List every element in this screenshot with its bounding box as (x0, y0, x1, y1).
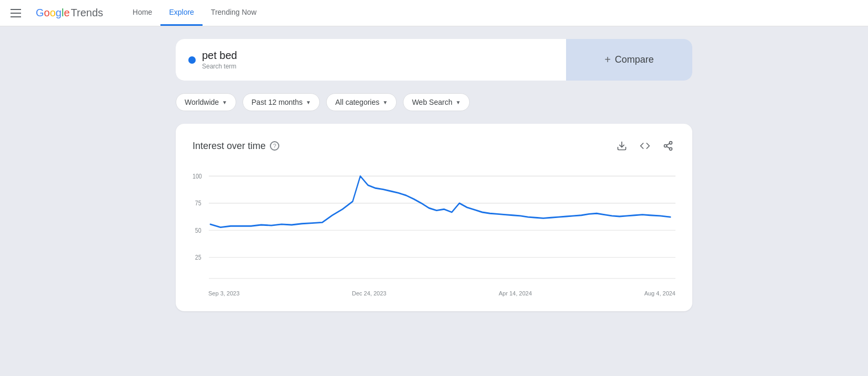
share-button[interactable] (661, 138, 675, 153)
search-dot-indicator (188, 56, 196, 64)
svg-line-5 (667, 143, 670, 145)
logo-trends-text: Trends (71, 7, 104, 19)
filter-row: Worldwide ▼ Past 12 months ▼ All categor… (176, 93, 692, 111)
filter-region-chevron-icon: ▼ (222, 100, 227, 105)
nav-explore[interactable]: Explore (160, 0, 202, 26)
logo-e: e (64, 7, 69, 18)
main-content: pet bed Search term + Compare Worldwide … (0, 26, 868, 324)
search-box: pet bed Search term (176, 39, 566, 81)
logo-o2: o (50, 7, 56, 18)
chart-header: Interest over time ? (193, 138, 675, 153)
svg-text:50: 50 (195, 226, 201, 234)
google-trends-logo[interactable]: Google Trends (36, 7, 103, 19)
filter-region[interactable]: Worldwide ▼ (176, 93, 236, 111)
x-label-aug-2024: Aug 4, 2024 (644, 290, 675, 296)
search-text-area: pet bed Search term (202, 50, 237, 70)
chart-svg: 100 75 50 25 (193, 170, 675, 296)
svg-text:100: 100 (193, 172, 202, 180)
svg-text:25: 25 (195, 253, 201, 261)
filter-search-type-label: Web Search (412, 98, 452, 106)
filter-search-type-chevron-icon: ▼ (456, 100, 461, 105)
filter-region-label: Worldwide (185, 98, 219, 106)
embed-button[interactable] (638, 138, 652, 153)
chart-title-area: Interest over time ? (193, 141, 279, 152)
content-area: pet bed Search term + Compare Worldwide … (163, 39, 705, 311)
interest-over-time-card: Interest over time ? (176, 124, 692, 311)
filter-category-label: All categories (335, 98, 379, 106)
search-term-label: Search term (202, 63, 237, 70)
nav-trending-now[interactable]: Trending Now (203, 0, 265, 26)
chart-area: 100 75 50 25 Sep 3, 2023 Dec 24, 2023 Ap… (193, 170, 675, 296)
compare-label-text: Compare (615, 54, 654, 65)
x-axis-labels: Sep 3, 2023 Dec 24, 2023 Apr 14, 2024 Au… (208, 290, 675, 296)
chart-actions (614, 138, 675, 153)
download-button[interactable] (614, 138, 629, 153)
compare-button[interactable]: + Compare (566, 39, 692, 81)
chart-title: Interest over time (193, 141, 266, 152)
logo-o1: o (44, 7, 50, 18)
nav-home[interactable]: Home (124, 0, 160, 26)
x-label-apr-2024: Apr 14, 2024 (499, 290, 532, 296)
logo-g2: g (56, 7, 62, 18)
info-icon[interactable]: ? (270, 141, 279, 151)
filter-search-type[interactable]: Web Search ▼ (403, 93, 470, 111)
filter-time-chevron-icon: ▼ (306, 100, 311, 105)
svg-text:75: 75 (195, 200, 201, 207)
filter-time-label: Past 12 months (251, 98, 302, 106)
search-compare-row: pet bed Search term + Compare (176, 39, 692, 81)
share-icon (663, 141, 673, 151)
filter-category-chevron-icon: ▼ (382, 100, 388, 105)
x-label-dec-2023: Dec 24, 2023 (352, 290, 386, 296)
filter-time[interactable]: Past 12 months ▼ (243, 93, 320, 111)
main-nav: Home Explore Trending Now (124, 0, 265, 26)
embed-icon (640, 141, 650, 151)
app-header: Google Trends Home Explore Trending Now (0, 0, 868, 26)
x-label-sep-2023: Sep 3, 2023 (208, 290, 239, 296)
download-icon (617, 141, 627, 151)
svg-line-4 (667, 146, 670, 148)
logo-g: G (36, 7, 44, 18)
filter-category[interactable]: All categories ▼ (326, 93, 397, 111)
compare-plus-icon: + (604, 54, 611, 66)
hamburger-menu-button[interactable] (8, 7, 23, 19)
search-term-text: pet bed (202, 50, 237, 62)
